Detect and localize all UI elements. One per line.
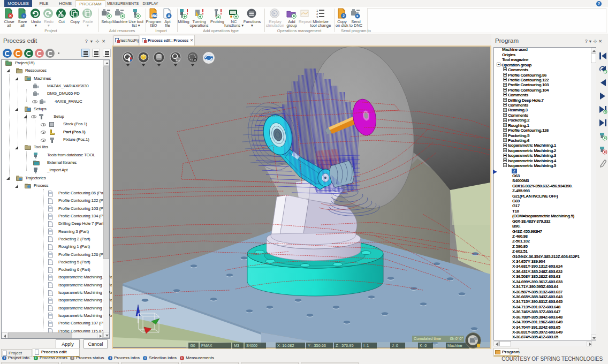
svg-text:A: A	[168, 14, 170, 18]
svg-text:✕: ✕	[9, 14, 12, 18]
svg-text:ISO: ISO	[153, 15, 157, 18]
svg-text:3: 3	[316, 16, 318, 19]
svg-text:2: 2	[343, 14, 345, 18]
